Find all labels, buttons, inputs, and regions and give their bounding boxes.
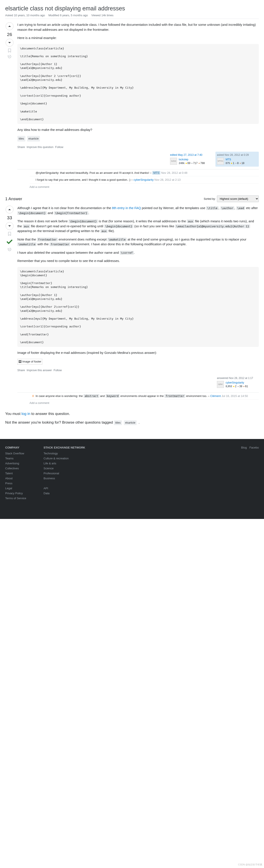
answer-paragraph: Image of footer displaying the e-mail ad… — [17, 350, 259, 355]
bookmark-icon[interactable] — [7, 48, 12, 53]
add-comment-link[interactable]: Add a comment — [30, 400, 259, 406]
footer-link[interactable]: Professional — [43, 472, 85, 475]
footer-heading: COMPANY — [5, 446, 26, 449]
comment-user[interactable]: MTS — [152, 171, 160, 175]
question-paragraph: I am trying to format an article using t… — [17, 22, 259, 32]
related-prompt: Not the answer you're looking for? Brows… — [5, 420, 259, 425]
upvote-button[interactable] — [6, 206, 13, 213]
question-title: elsarticle class not displaying email ad… — [5, 5, 259, 12]
answer-paragraph: Although I agree that it is not clear fr… — [17, 206, 259, 215]
share-link[interactable]: Share — [17, 145, 25, 149]
sort-select[interactable]: Highest score (default) — [217, 195, 259, 202]
avatar[interactable]: MTS's — [217, 158, 224, 165]
tag[interactable]: titles — [17, 136, 25, 142]
downvote-button[interactable] — [6, 39, 13, 46]
editor-card: edited May 27, 2013 at 7:40 lockst locks… — [169, 152, 212, 166]
footer-link[interactable]: About — [5, 477, 26, 480]
footer-link[interactable]: Press — [5, 482, 26, 485]
comment-user[interactable]: Clément — [210, 394, 221, 398]
share-link[interactable]: Share — [17, 368, 25, 372]
improve-link[interactable]: Improve this question — [27, 145, 54, 149]
code-block: \documentclass{elsarticle} \title{Remark… — [17, 44, 259, 124]
footer-link[interactable]: Teams — [5, 457, 26, 460]
code-block: \documentclass{elsarticle} \begin{docume… — [17, 267, 259, 347]
bookmark-icon[interactable] — [7, 231, 12, 236]
answerer-card: answered Nov 28, 2012 at 1:17 cyber cybe… — [215, 375, 259, 390]
footer-link[interactable]: Culture & recreation — [43, 457, 85, 460]
answer-paragraph: Note that the frontmatter environment do… — [17, 237, 259, 247]
history-icon[interactable] — [7, 247, 12, 252]
footer-link[interactable]: Terms of Service — [5, 497, 26, 500]
question-meta: Asked10 years, 10 months ago Modified6 y… — [5, 14, 259, 19]
footer-link[interactable]: Data — [43, 492, 85, 495]
upvote-button[interactable] — [6, 22, 13, 30]
tag-list: titles elsarticle — [17, 136, 259, 142]
login-link[interactable]: log in — [22, 412, 30, 416]
question-paragraph: Here is a minimal example: — [17, 35, 259, 40]
site-footer: COMPANY Stack OverflowTeamsAdvertisingCo… — [0, 439, 264, 519]
question-paragraph: Any idea how to make the email addresses… — [17, 127, 259, 132]
answer-score: 33 — [7, 215, 12, 220]
answer-paragraph: Remember that you need to compile twice … — [17, 258, 259, 264]
footer-heading: STACK EXCHANGE NETWORK — [43, 446, 85, 449]
footer-link[interactable]: Legal — [5, 487, 26, 490]
footer-social-link[interactable]: Facebo — [250, 446, 259, 502]
question-post: 26 I am trying to format an article usin… — [5, 22, 259, 190]
footer-link[interactable]: Collectives — [5, 467, 26, 470]
tag[interactable]: elsarticle — [27, 136, 40, 142]
footer-link[interactable]: Privacy Policy — [5, 492, 26, 495]
user-link[interactable]: lockstep — [179, 158, 205, 161]
avatar[interactable]: lockst — [170, 158, 177, 165]
user-link[interactable]: MTS — [226, 158, 244, 161]
follow-link[interactable]: Follow — [54, 368, 62, 372]
owner-card: asked Nov 28, 2012 at 0:29 MTS's MTS 875… — [215, 152, 259, 166]
avatar[interactable]: cyber — [217, 381, 224, 388]
footer-link[interactable]: API — [43, 487, 85, 490]
accepted-check-icon — [6, 238, 13, 246]
footer-link[interactable]: Technology — [43, 452, 85, 455]
comment: @cyberSingularity: that worked beautiful… — [30, 169, 259, 177]
tag[interactable]: elsarticle — [124, 420, 137, 425]
add-comment-link[interactable]: Add a comment — [30, 184, 259, 190]
answer-paragraph: I have also deleted the unwanted space b… — [17, 250, 259, 255]
footer-social-link[interactable]: Blog — [241, 446, 247, 502]
improve-link[interactable]: Improve this answer — [27, 368, 52, 372]
footer-link[interactable]: Talent — [5, 472, 26, 475]
login-prompt: You must log in to answer this question. — [5, 412, 259, 416]
follow-link[interactable]: Follow — [55, 145, 63, 149]
footer-link — [43, 482, 85, 485]
comment: 8 In case anyone else is wondering: the … — [30, 393, 259, 400]
footer-link[interactable]: Science — [43, 467, 85, 470]
footer-link[interactable]: Life & arts — [43, 462, 85, 465]
answers-count: 1 Answer — [5, 196, 22, 201]
comment: I forgot to say that you are welcome, an… — [30, 176, 259, 184]
history-icon[interactable] — [7, 54, 12, 59]
footer-link[interactable]: Advertising — [5, 462, 26, 465]
downvote-button[interactable] — [6, 222, 13, 230]
image-placeholder: Image of footer — [17, 359, 42, 365]
comment-user[interactable]: cyberSingularity — [134, 178, 154, 181]
question-score: 26 — [7, 32, 12, 37]
user-link[interactable]: cyberSingularity — [226, 381, 248, 384]
footer-link[interactable]: Business — [43, 477, 85, 480]
answer-paragraph: The reason it does not work before \begi… — [17, 219, 259, 234]
footer-link[interactable]: Stack Overflow — [5, 452, 26, 455]
faq-link[interactable]: 8th entry in the FAQ — [112, 206, 141, 210]
tag[interactable]: titles — [114, 420, 122, 425]
answer-post: 33 Although I agree that it is not clear… — [5, 206, 259, 406]
